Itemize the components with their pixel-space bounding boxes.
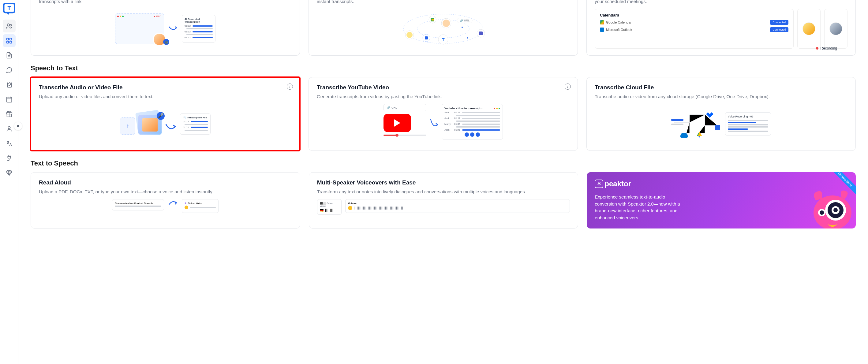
svg-point-36 — [467, 37, 468, 38]
card-speaktor-promo[interactable]: Coming Soon S Speaktor peaktor Experienc… — [587, 172, 856, 229]
mascot-icon — [805, 185, 854, 229]
card-desc: Upload any audio or video files and conv… — [39, 93, 292, 100]
illustration-multi: ⬛⬜ Select Voice 🇩🇪┃┃┃┃┃┃┃ Voices ┃┃┃┃┃┃┃… — [317, 199, 570, 214]
card-calendar-sync[interactable]: your scheduled meetings. Calendars Googl… — [586, 0, 856, 56]
card-desc: Upload a PDF, DOCx, TXT, or type your ow… — [39, 189, 292, 195]
svg-point-48 — [819, 210, 824, 215]
card-title: Transcribe Audio or Video File — [39, 84, 292, 91]
svg-point-2 — [7, 24, 9, 26]
svg-text:T: T — [7, 5, 11, 11]
card-transcribe-youtube[interactable]: i Transcribe YouTube Video Generate tran… — [309, 77, 578, 151]
svg-text:URL: URL — [464, 19, 469, 22]
nav-dashboard-icon[interactable] — [3, 34, 16, 47]
svg-rect-6 — [6, 41, 8, 43]
svg-rect-13 — [6, 97, 12, 102]
svg-rect-40 — [671, 119, 683, 121]
svg-rect-30 — [432, 19, 434, 21]
card-read-aloud[interactable]: Read Aloud Upload a PDF, DOCx, TXT, or t… — [31, 172, 300, 229]
card-desc: transcripts with a link. — [39, 0, 292, 5]
illustration-meeting: ● REC 📹 AI Generated Transcription 01:12… — [39, 9, 292, 48]
sidebar: T — [0, 0, 18, 364]
card-title: Transcribe YouTube Video — [317, 84, 569, 91]
svg-point-32 — [442, 20, 450, 27]
svg-text:🔗: 🔗 — [460, 19, 464, 22]
card-desc: Transform any text or notes into lively … — [317, 189, 570, 195]
main-content: transcripts with a link. ● REC 📹 AI Gene… — [18, 0, 868, 364]
svg-rect-34 — [479, 32, 483, 35]
card-title: Multi-Speaker Voiceovers with Ease — [317, 179, 570, 186]
promo-desc: Experience seamless text-to-audio conver… — [595, 194, 680, 221]
card-desc: your scheduled meetings. — [595, 0, 847, 5]
illustration-file: ↑ 🎤 📄 Transcription File 01:12 — [39, 104, 292, 144]
svg-point-25 — [406, 32, 412, 38]
svg-rect-5 — [9, 38, 11, 40]
illustration-calendars: Calendars Google Calendar Connected Micr… — [595, 9, 847, 48]
card-transcribe-cloud[interactable]: Transcribe Cloud File Transcribe audio o… — [586, 77, 856, 151]
nav-calendar-icon[interactable] — [3, 93, 16, 106]
nav-translate-icon[interactable] — [3, 137, 16, 150]
nav-integrations-icon[interactable] — [3, 152, 16, 165]
card-transcribe-file[interactable]: i Transcribe Audio or Video File Upload … — [31, 77, 300, 151]
svg-point-46 — [833, 208, 838, 212]
card-desc: Generate transcripts from videos by past… — [317, 93, 569, 100]
svg-rect-27 — [425, 36, 428, 39]
nav-gift-icon[interactable] — [3, 108, 16, 121]
svg-rect-4 — [6, 38, 8, 40]
expand-sidebar-button[interactable] — [14, 122, 22, 130]
card-meeting-link[interactable]: transcripts with a link. ● REC 📹 AI Gene… — [31, 0, 300, 56]
nav-document-icon[interactable] — [3, 49, 16, 62]
card-meeting-integrations[interactable]: instant transcripts. T 🔗URL — [309, 0, 578, 56]
svg-rect-41 — [671, 124, 683, 125]
app-logo[interactable]: T — [3, 2, 16, 15]
svg-point-19 — [8, 127, 10, 129]
nav-chat-icon[interactable] — [3, 64, 16, 76]
illustration-integrations: T 🔗URL — [317, 9, 569, 48]
section-text-to-speech: Text to Speech — [31, 159, 856, 167]
section-speech-to-text: Speech to Text — [31, 64, 856, 72]
illustration-cloud: Voice Recording - 03 — [595, 104, 847, 144]
illustration-youtube: 🔗URL Youtube - How to transcript... Jack… — [317, 104, 569, 144]
nav-premium-icon[interactable] — [3, 166, 16, 179]
svg-point-3 — [9, 25, 11, 26]
card-multi-speaker[interactable]: Multi-Speaker Voiceovers with Ease Trans… — [309, 172, 579, 229]
illustration-read: Communication Content Speech ✦Select Voi… — [39, 199, 292, 214]
svg-point-35 — [462, 27, 463, 28]
card-desc: Transcribe audio or video from any cloud… — [595, 93, 847, 100]
info-icon[interactable]: i — [287, 84, 293, 90]
card-title: Read Aloud — [39, 179, 292, 186]
nav-notes-icon[interactable] — [3, 78, 16, 91]
svg-text:T: T — [442, 37, 444, 42]
nav-team-icon[interactable] — [3, 20, 16, 32]
svg-rect-7 — [9, 41, 11, 43]
nav-profile-icon[interactable] — [3, 122, 16, 135]
card-title: Transcribe Cloud File — [595, 84, 847, 91]
info-icon[interactable]: i — [565, 84, 571, 90]
card-desc: instant transcripts. — [317, 0, 569, 5]
